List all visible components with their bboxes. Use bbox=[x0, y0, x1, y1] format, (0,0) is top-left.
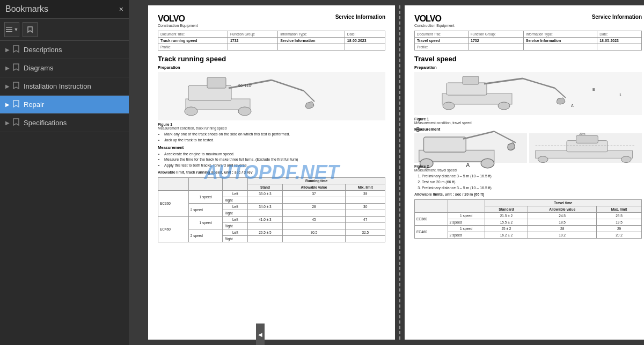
sidebar-item-label: Descriptions bbox=[24, 46, 62, 54]
toolbar-icon-bookmark[interactable] bbox=[23, 22, 38, 37]
table-row: 2 speed Left 26.5 ± 5 30.5 32.5 bbox=[158, 229, 385, 235]
td-allowable: 24.5 bbox=[528, 213, 597, 219]
td-standard: 21.5 ± 2 bbox=[485, 213, 528, 219]
svg-line-9 bbox=[272, 80, 304, 91]
table-row: 2 speed 16.2 ± 2 19.2 20.2 bbox=[415, 232, 642, 239]
svg-rect-1 bbox=[6, 29, 12, 30]
svg-text:1: 1 bbox=[619, 93, 621, 97]
page2-fig1-caption: Figure 1 bbox=[414, 117, 642, 121]
collapse-button[interactable]: ◀ bbox=[256, 324, 265, 345]
td-mix: 32.5 bbox=[346, 229, 385, 235]
page-2: VOLVO Construction Equipment Service Inf… bbox=[405, 5, 644, 340]
bookmark-icon bbox=[13, 100, 19, 109]
page1-fig1-desc: Measurement condition, track running spe… bbox=[158, 126, 385, 130]
page2-logo-sub: Construction Equipment bbox=[414, 24, 455, 27]
table-row: EC360 1 speed Left 33.0 ± 3 37 39 bbox=[158, 190, 385, 197]
p2-th-travel-time: Travel time bbox=[485, 200, 641, 206]
p2-th-max: Max. limit bbox=[597, 206, 642, 213]
td-allowable bbox=[282, 210, 346, 216]
td-mix: 47 bbox=[346, 216, 385, 222]
sidebar-header: Bookmarks × bbox=[0, 0, 129, 19]
bullet-item: Mark any one of the track shoes on the s… bbox=[164, 132, 385, 137]
svg-text:20m: 20m bbox=[579, 133, 585, 136]
td-stand bbox=[248, 222, 282, 229]
sidebar-item-specifications[interactable]: ▶Specifications bbox=[0, 114, 129, 132]
p2-th-model bbox=[415, 200, 448, 213]
sidebar-toolbar: ▼ bbox=[0, 19, 129, 41]
td-allowable: 45 bbox=[282, 216, 346, 222]
td-standard: 16.2 ± 2 bbox=[485, 232, 528, 239]
p1-th-mix: Mix. limit bbox=[346, 184, 385, 190]
svg-rect-16 bbox=[463, 76, 479, 84]
td-standard: 25 ± 2 bbox=[485, 226, 528, 232]
svg-line-28 bbox=[494, 132, 516, 143]
td-mix: 39 bbox=[346, 190, 385, 197]
bullet-item: Measure the time for the track to make t… bbox=[164, 157, 385, 162]
svg-text:B: B bbox=[416, 126, 420, 133]
page-separator bbox=[399, 5, 400, 340]
sidebar-arrow-icon: ▶ bbox=[5, 47, 10, 53]
td-speed: 1 speed bbox=[188, 190, 223, 203]
svg-line-17 bbox=[484, 78, 523, 84]
p1-th-model bbox=[158, 177, 189, 190]
sidebar-close-button[interactable]: × bbox=[119, 5, 123, 13]
page2-preparation-label: Preparation bbox=[414, 65, 642, 70]
td-mix bbox=[346, 222, 385, 229]
sidebar-item-diagrams[interactable]: ▶Diagrams bbox=[0, 59, 129, 77]
sidebar-arrow-icon: ▶ bbox=[5, 65, 10, 71]
table-row: EC460 1 speed 25 ± 2 28 29 bbox=[415, 226, 642, 232]
page1-section-title: Track running speed bbox=[158, 55, 385, 63]
td-side: Right bbox=[223, 210, 248, 216]
sidebar-item-installation[interactable]: ▶Installation Instruction bbox=[0, 77, 129, 96]
p2-doc-title-label: Document Title: bbox=[415, 31, 469, 38]
svg-text:90~110°: 90~110° bbox=[238, 84, 253, 88]
svg-line-18 bbox=[523, 78, 555, 88]
page1-figure1: 90~110° bbox=[158, 72, 385, 120]
td-side: Left bbox=[223, 229, 248, 235]
td-model: EC360 bbox=[415, 213, 448, 226]
td-side: Right bbox=[223, 235, 248, 242]
td-speed: 2 speed bbox=[448, 232, 485, 239]
page2-info-table: Document Title: Function Group: Informat… bbox=[414, 31, 642, 51]
sidebar-arrow-icon: ▶ bbox=[5, 120, 10, 126]
svg-line-19 bbox=[555, 88, 566, 98]
sidebar-arrow-icon: ▶ bbox=[5, 102, 10, 107]
page2-num-list: Preliminary distance 3 – 5 m (10 – 16.5 … bbox=[422, 174, 642, 190]
td-model: EC460 bbox=[415, 226, 448, 239]
p2-th-allowable: Allowable value bbox=[528, 206, 597, 213]
p2-info-type-label: Information Type: bbox=[523, 31, 597, 38]
p2-doc-title-value: Travel speed bbox=[415, 38, 469, 44]
sidebar-item-repair[interactable]: ▶Repair bbox=[0, 96, 129, 114]
svg-line-27 bbox=[463, 132, 494, 139]
page1-table-title: Allowable limit, track running speed, un… bbox=[158, 170, 385, 175]
sidebar-item-descriptions[interactable]: ▶Descriptions bbox=[0, 41, 129, 59]
page1-bullets-bottom: Accelerate the engine to maximum speed. … bbox=[164, 152, 385, 168]
td-speed: 1 speed bbox=[188, 216, 223, 229]
td-standard: 15.5 ± 2 bbox=[485, 219, 528, 226]
td-speed: 2 speed bbox=[188, 203, 223, 216]
svg-text:A: A bbox=[466, 162, 470, 168]
td-max: 25.5 bbox=[597, 213, 642, 219]
bullet-item: Apply this test to both tracks, forward … bbox=[164, 163, 385, 168]
td-speed: 2 speed bbox=[188, 229, 223, 242]
main-content: VOLVO Construction Equipment Service Inf… bbox=[137, 0, 644, 345]
page2-section-title: Travel speed bbox=[414, 55, 642, 63]
svg-rect-26 bbox=[424, 137, 466, 152]
td-allowable: 28 bbox=[282, 203, 346, 210]
table-row: 2 speed Left 34.0 ± 3 28 30 bbox=[158, 203, 385, 210]
p1-th-running-time: Running time bbox=[248, 177, 385, 184]
sidebar-item-label: Installation Instruction bbox=[24, 82, 91, 90]
table-row: 2 speed 15.5 ± 2 18.5 19.5 bbox=[415, 219, 642, 226]
td-stand bbox=[248, 197, 282, 203]
td-stand bbox=[248, 235, 282, 242]
sidebar-item-label: Diagrams bbox=[24, 64, 54, 72]
page1-header: VOLVO Construction Equipment Service Inf… bbox=[158, 14, 385, 27]
page2-fig2-img-right: 20m bbox=[529, 133, 642, 163]
p2-profile-label: Profile: bbox=[415, 44, 469, 51]
sidebar-items: ▶Descriptions▶Diagrams▶Installation Inst… bbox=[0, 41, 129, 345]
td-stand: 26.5 ± 5 bbox=[248, 229, 282, 235]
toolbar-icon-menu[interactable]: ▼ bbox=[4, 22, 19, 37]
sidebar-title: Bookmarks bbox=[5, 4, 48, 14]
td-mix bbox=[346, 235, 385, 242]
page1-info-table: Document Title: Function Group: Informat… bbox=[158, 31, 385, 51]
